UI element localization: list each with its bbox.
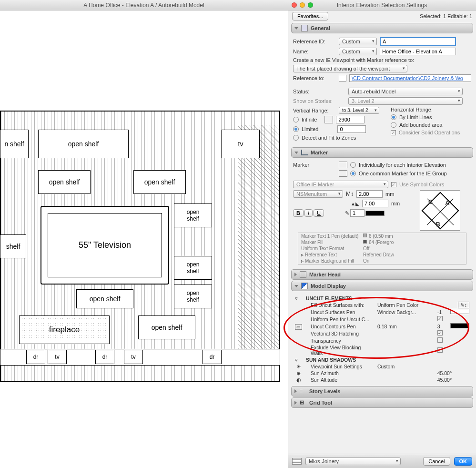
panel-title: Interior Elevation Selection Settings [337,2,427,9]
favorites-button[interactable]: Favorites... [292,12,328,20]
zoom-icon[interactable] [308,2,313,8]
marker-head-icon [300,271,306,278]
selection-count: Selected: 1 Editable: 1 [420,13,472,19]
ns-select[interactable]: NSMenuItem [293,190,343,198]
bottom-bar: Mkrs-Joinery Cancel OK [288,454,476,468]
bylimit-radio[interactable] [391,114,396,120]
shelf: openshelf [174,256,212,280]
main-title: A Home Office - Elevation A / Autorebuil… [83,2,204,9]
drawing-icon [339,75,346,81]
status-label: Status: [293,89,345,94]
drawer: tv [124,350,143,364]
marker-type-select[interactable]: Office IE Marker [293,181,388,188]
main-titlebar: A Home Office - Elevation A / Autorebuil… [0,0,288,10]
model-display-table[interactable]: ▿UNCUT ELEMENTS Fill Uncut Surfaces with… [293,295,471,383]
panel-titlebar: Interior Elevation Selection Settings [288,0,476,10]
general-icon [301,25,308,31]
section-general[interactable]: General [291,23,473,33]
vrange-icon [324,116,333,123]
disclose-icon [294,27,298,30]
ref-id-select[interactable]: Custom [339,38,377,45]
marker-size-2[interactable] [362,200,388,207]
underline-button[interactable]: U [314,209,324,217]
layer-icon [292,458,302,465]
reference-path[interactable]: \CD Contract Documentation\CD2 Joinery &… [349,74,471,82]
general-body: Reference ID: Custom Name: Custom Create… [288,34,476,146]
shelf: shelf [0,234,26,258]
disclose-icon [294,273,297,276]
pen-swatch[interactable] [365,211,385,216]
infinite-radio[interactable] [293,117,299,122]
marker-icon [301,150,308,155]
shelf: n shelf [0,130,29,158]
hrange-label: Horizontal Range: [391,107,433,112]
shelf: tv [222,130,260,158]
ref-to-label: Reference to: [293,75,336,81]
layer-select[interactable]: Mkrs-Joinery [305,458,401,465]
marker-indiv-radio[interactable] [350,162,356,168]
stories-label: Show on Stories: [293,98,345,104]
model-display-icon [301,283,308,289]
consider-check [391,130,396,135]
marker-mode-icon-2 [339,170,347,177]
marker-size-1[interactable] [356,190,383,198]
shelf: open shelf [133,170,186,194]
bold-button[interactable]: B [293,209,304,217]
name-input[interactable] [380,48,456,55]
marker-label: Marker [293,162,336,168]
model-display-body: ▿UNCUT ELEMENTS Fill Uncut Surfaces with… [288,292,476,385]
v-top-input[interactable] [336,116,365,123]
shelf: open shelf [38,130,129,158]
vrange-to-select[interactable]: to 3. Level 2 [339,107,379,114]
detect-radio[interactable] [293,135,299,141]
pen-input[interactable] [350,209,365,217]
ref-id-label: Reference ID: [293,39,336,44]
drawing-canvas[interactable]: n shelf open shelf tv open shelf open sh… [0,10,288,468]
shelf: openshelf [174,203,212,227]
name-select[interactable]: Custom [339,48,377,55]
marker-settings-list[interactable]: Marker Text 1 Pen (default)6 (0.50 mm Ma… [298,233,466,265]
cancel-button[interactable]: Cancel [423,457,450,466]
status-select[interactable]: Auto-rebuild Model [348,88,463,95]
v-bot-input[interactable] [337,125,366,133]
ref-id-input[interactable] [380,37,456,46]
shelf: openshelf [174,285,212,308]
addbound-radio[interactable] [391,122,396,128]
disclose-icon [294,152,298,154]
close-icon[interactable] [292,2,297,8]
symbol-colors-check[interactable] [391,182,396,187]
minimize-icon[interactable] [300,2,305,8]
marker-common-radio[interactable] [350,171,356,176]
drawer: dr [95,350,114,364]
story-levels-icon: ≡ [300,388,306,395]
name-label: Name: [293,49,336,54]
disclose-icon [294,389,297,393]
ok-button[interactable]: OK [454,457,473,466]
section-marker-head[interactable]: Marker Head [291,269,473,280]
elevation-drawing: n shelf open shelf tv open shelf open sh… [0,111,281,397]
window-controls[interactable] [292,2,313,8]
section-story-levels[interactable]: ≡ Story Levels [291,386,473,397]
shelf: open shelf [38,170,91,194]
stories-select: 3. Level 2 [348,97,463,105]
disclose-icon [294,285,298,287]
marker-preview: A C B [420,190,460,231]
marker-mode-icon-1 [339,162,347,168]
settings-panel: Favorites... Selected: 1 Editable: 1 Gen… [288,10,476,468]
drawer: dr [26,350,45,364]
grid-tool-icon: ⊞ [300,399,306,406]
drawer: tv [48,350,67,364]
shelf: open shelf [76,289,133,308]
section-model-display[interactable]: Model Display [291,281,473,291]
disclose-icon [294,401,297,405]
tv-label: 55" Television [48,213,162,277]
italic-button[interactable]: I [304,209,313,217]
vp-select[interactable]: The first placed drawing of the viewpoin… [293,65,407,72]
vrange-label: Vertical Range: [293,108,336,113]
shelf: open shelf [138,315,195,339]
limited-radio[interactable] [293,126,299,132]
create-vp-label: Create a new IE Viewpoint with Marker re… [293,57,414,63]
section-marker[interactable]: Marker [291,147,473,158]
drawer: dr [203,350,222,364]
section-grid-tool[interactable]: ⊞ Grid Tool [291,397,473,408]
